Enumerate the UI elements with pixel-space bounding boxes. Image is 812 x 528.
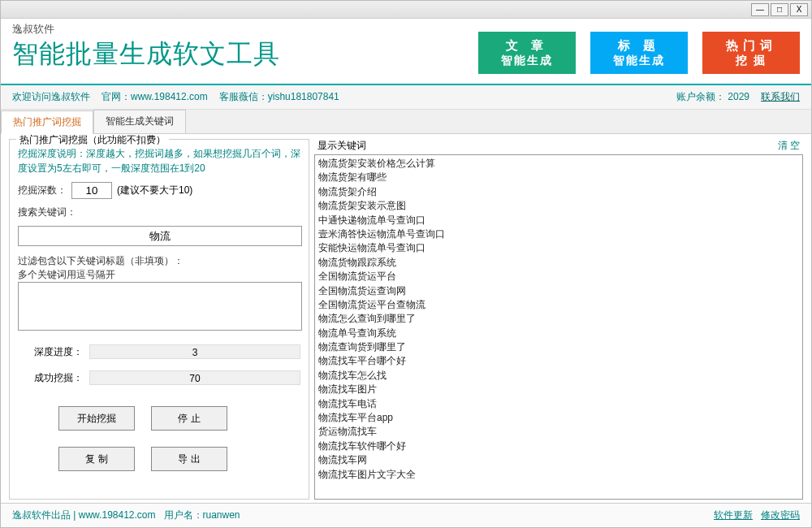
- start-button[interactable]: 开始挖掘: [58, 406, 135, 431]
- keyword-item[interactable]: 物流找车图片文字大全: [318, 468, 799, 482]
- keyword-item[interactable]: 物流货架安装价格怎么计算: [318, 157, 799, 171]
- brand-title: 智能批量生成软文工具: [12, 37, 280, 72]
- brand-small: 逸叔软件: [12, 22, 54, 37]
- copy-button[interactable]: 复 制: [58, 447, 135, 471]
- article-gen-button[interactable]: 文 章 智能生成: [478, 32, 576, 74]
- keyword-item[interactable]: 中通快递物流单号查询口: [318, 214, 799, 227]
- stop-button[interactable]: 停 止: [151, 406, 227, 431]
- software-update-link[interactable]: 软件更新: [714, 509, 753, 522]
- contact-link[interactable]: 联系我们: [761, 90, 800, 104]
- keyword-item[interactable]: 安能快运物流单号查询口: [318, 241, 799, 255]
- depth-label: 挖掘深数：: [18, 184, 67, 197]
- keyword-item[interactable]: 物流货架介绍: [318, 185, 799, 199]
- footer: 逸叔软件出品 | www.198412.com 用户名：ruanwen 软件更新…: [1, 503, 811, 527]
- keyword-item[interactable]: 物流查询货到哪里了: [318, 340, 799, 354]
- prog-success-bar: 70: [89, 370, 300, 385]
- left-panel: 热门推广词挖掘（此功能不扣费） 挖掘深度说明：深度越大，挖掘词越多，如果想挖掘几…: [9, 139, 309, 500]
- footer-username: ruanwen: [203, 509, 240, 521]
- depth-hint: 挖掘深度说明：深度越大，挖掘词越多，如果想挖掘几百个词，深度设置为5左右即可，一…: [18, 146, 300, 175]
- depth-suggest: (建议不要大于10): [117, 184, 192, 197]
- keyword-item[interactable]: 物流怎么查询到哪里了: [318, 312, 799, 326]
- keyword-item[interactable]: 全国物流货运平台: [318, 270, 799, 283]
- hotword-button[interactable]: 热门词 挖 掘: [702, 32, 800, 74]
- title-gen-button[interactable]: 标 题 智能生成: [590, 32, 688, 74]
- welcome-text: 欢迎访问逸叔软件: [12, 90, 90, 104]
- keyword-item[interactable]: 物流找车电话: [318, 397, 799, 411]
- keyword-item[interactable]: 物流找车平台哪个好: [318, 354, 799, 368]
- cs-value: yishu181807841: [268, 91, 339, 102]
- keyword-item[interactable]: 物流找车平台app: [318, 411, 799, 425]
- maximize-button[interactable]: □: [771, 3, 788, 16]
- export-button[interactable]: 导 出: [151, 447, 227, 471]
- depth-input[interactable]: [71, 182, 112, 199]
- change-password-link[interactable]: 修改密码: [761, 509, 800, 522]
- minimize-button[interactable]: —: [751, 3, 769, 16]
- right-panel: 显示关键词 清 空 物流货架安装价格怎么计算物流货架有哪些物流货架介绍物流货架安…: [314, 139, 803, 500]
- prog-success-label: 成功挖掘：: [18, 371, 83, 385]
- search-input[interactable]: [18, 226, 302, 246]
- keyword-list-title: 显示关键词: [317, 139, 366, 153]
- keyword-item[interactable]: 物流找车图片: [318, 383, 799, 396]
- keyword-item[interactable]: 物流找车网: [318, 453, 799, 467]
- filter-hint: 多个关键词用逗号隔开: [18, 268, 300, 282]
- balance-value: 2029: [728, 91, 749, 102]
- keyword-item[interactable]: 物流货架有哪些: [318, 171, 799, 184]
- close-button[interactable]: X: [790, 3, 808, 16]
- filter-label: 过滤包含以下关键词标题（非填项）：: [18, 254, 300, 268]
- panel-title: 热门推广词挖掘（此功能不扣费）: [16, 134, 169, 147]
- site-link[interactable]: www.198412.com: [131, 91, 208, 102]
- clear-button[interactable]: 清 空: [778, 139, 800, 153]
- keyword-listbox[interactable]: 物流货架安装价格怎么计算物流货架有哪些物流货架介绍物流货架安装示意图中通快递物流…: [314, 154, 803, 500]
- keyword-item[interactable]: 物流货架安装示意图: [318, 199, 799, 213]
- filter-textarea[interactable]: [18, 282, 302, 331]
- tab-smart-keyword[interactable]: 智能生成关键词: [93, 110, 186, 133]
- footer-credit: 逸叔软件出品 | www.198412.com: [12, 509, 156, 522]
- keyword-item[interactable]: 物流货物跟踪系统: [318, 256, 799, 270]
- keyword-item[interactable]: 全国物流货运查询网: [318, 284, 799, 298]
- header: 逸叔软件 智能批量生成软文工具 文 章 智能生成 标 题 智能生成 热门词 挖 …: [1, 19, 811, 85]
- tab-hotword[interactable]: 热门推广词挖掘: [1, 110, 93, 134]
- titlebar: — □ X: [1, 1, 811, 19]
- infobar: 欢迎访问逸叔软件 官网：www.198412.com 客服薇信：yishu181…: [1, 85, 811, 110]
- search-label: 搜索关键词：: [18, 206, 76, 219]
- keyword-item[interactable]: 全国物流货运平台查物流: [318, 298, 799, 312]
- keyword-item[interactable]: 物流找车软件哪个好: [318, 439, 799, 453]
- tabs: 热门推广词挖掘 智能生成关键词: [1, 110, 811, 134]
- prog-depth-bar: 3: [89, 344, 300, 359]
- keyword-item[interactable]: 货运物流找车: [318, 425, 799, 439]
- prog-depth-label: 深度进度：: [18, 345, 83, 359]
- keyword-item[interactable]: 物流找车怎么找: [318, 369, 799, 383]
- keyword-item[interactable]: 壹米滴答快运物流单号查询口: [318, 227, 799, 241]
- keyword-item[interactable]: 物流单号查询系统: [318, 327, 799, 340]
